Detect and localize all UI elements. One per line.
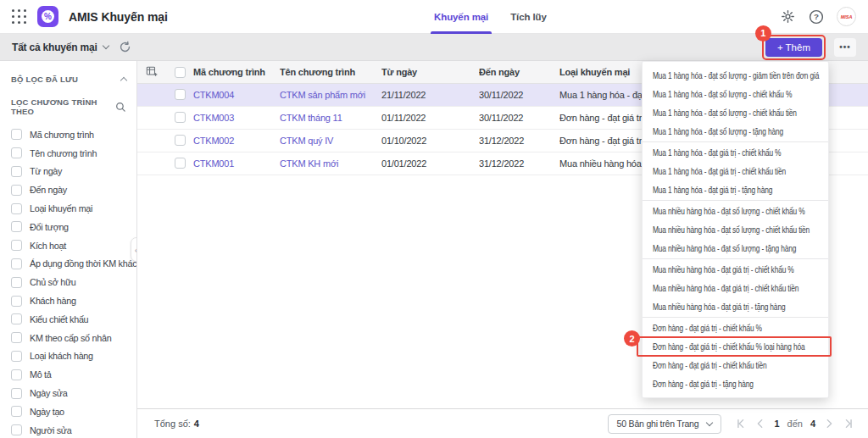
- filter-item[interactable]: Đối tượng: [0, 218, 136, 236]
- filter-checkbox[interactable]: [11, 332, 22, 343]
- menu-item[interactable]: Mua 1 hàng hóa - đạt giá trị - chiết khấ…: [643, 143, 828, 162]
- help-icon[interactable]: ?: [808, 8, 825, 25]
- last-page-icon[interactable]: [843, 418, 854, 430]
- filter-item[interactable]: KM theo cấp số nhân: [0, 329, 136, 347]
- sidebar-collapse-handle[interactable]: ‹: [131, 237, 137, 262]
- filter-item[interactable]: Chủ sở hữu: [0, 273, 136, 291]
- menu-item[interactable]: Mua nhiều hàng hóa - đạt số lượng - chiế…: [643, 202, 828, 220]
- add-button[interactable]: + Thêm: [765, 38, 822, 57]
- filter-checkbox[interactable]: [11, 185, 22, 196]
- filter-item[interactable]: Kiểu chiết khấu: [0, 310, 136, 329]
- menu-item-label: Mua 1 hàng hóa - đạt giá trị - chiết khấ…: [653, 166, 786, 176]
- menu-item[interactable]: Mua 1 hàng hóa - đạt số lượng - chiết kh…: [643, 103, 828, 122]
- filter-item[interactable]: Ngày sửa: [0, 384, 136, 402]
- next-page-icon[interactable]: [823, 418, 835, 430]
- filter-checkbox[interactable]: [11, 424, 22, 435]
- row-checkbox[interactable]: [175, 158, 186, 169]
- filter-checkbox[interactable]: [11, 166, 22, 177]
- filter-checkbox[interactable]: [11, 203, 22, 214]
- tab-1[interactable]: Tích lũy: [510, 0, 547, 34]
- filter-item[interactable]: Mã chương trình: [0, 125, 136, 144]
- program-code-link[interactable]: CTKM003: [193, 113, 234, 123]
- menu-item[interactable]: Đơn hàng - đạt giá trị - chiết khấu % lo…: [643, 337, 828, 356]
- more-actions-button[interactable]: •••: [834, 38, 856, 57]
- program-name-link[interactable]: CTKM sản phẩm mới: [280, 90, 365, 100]
- page-size-select[interactable]: 50 Bản ghi trên Trang: [608, 414, 722, 434]
- menu-item[interactable]: Mua 1 hàng hóa - đạt số lượng - chiết kh…: [643, 85, 828, 103]
- menu-item-label: Mua nhiều hàng hóa - đạt số lượng - tặng…: [653, 243, 796, 253]
- menu-item-label: Mua nhiều hàng hóa - đạt giá trị - chiết…: [653, 283, 798, 293]
- filter-checkbox[interactable]: [11, 296, 22, 307]
- view-selector[interactable]: Tất cả khuyến mại: [12, 42, 108, 53]
- pagination: 1 đến 4: [735, 418, 854, 430]
- filter-checkbox[interactable]: [11, 351, 22, 362]
- cell-to-date: 31/12/2022: [479, 152, 559, 175]
- row-checkbox[interactable]: [175, 89, 186, 100]
- column-header[interactable]: Mã chương trình: [193, 61, 280, 83]
- total-label: Tổng số:: [154, 419, 191, 429]
- menu-item[interactable]: Mua 1 hàng hóa - đạt số lượng - giảm tiề…: [643, 66, 828, 85]
- column-header[interactable]: Đến ngày: [479, 61, 559, 83]
- menu-item[interactable]: Mua nhiều hàng hóa - đạt số lượng - chiế…: [643, 220, 828, 239]
- program-name-link[interactable]: CTKM KH mới: [280, 158, 338, 169]
- menu-item[interactable]: Mua nhiều hàng hóa - đạt giá trị - chiết…: [643, 260, 828, 279]
- app-launcher-icon[interactable]: [12, 9, 27, 25]
- menu-item[interactable]: Mua nhiều hàng hóa - đạt giá trị - tặng …: [643, 297, 828, 316]
- filter-checkbox[interactable]: [11, 240, 22, 251]
- filter-checkbox[interactable]: [11, 369, 22, 380]
- filter-checkbox[interactable]: [11, 258, 22, 269]
- filter-label: Mô tả: [30, 369, 52, 380]
- filter-item[interactable]: Loại khách hàng: [0, 347, 136, 366]
- filter-checkbox[interactable]: [11, 388, 22, 399]
- menu-item-label: Đơn hàng - đạt giá trị - tặng hàng: [653, 379, 754, 389]
- row-checkbox[interactable]: [175, 112, 186, 123]
- menu-item[interactable]: Mua nhiều hàng hóa - đạt giá trị - chiết…: [643, 279, 828, 297]
- filter-item[interactable]: Kích hoạt: [0, 236, 136, 255]
- add-column-icon[interactable]: [146, 65, 158, 77]
- select-all-checkbox[interactable]: [175, 67, 186, 78]
- program-name-link[interactable]: CTKM tháng 11: [280, 113, 342, 123]
- column-header[interactable]: Tên chương trình: [280, 61, 381, 83]
- row-checkbox[interactable]: [175, 135, 186, 146]
- cell-to-date: 31/12/2022: [479, 129, 559, 152]
- filter-checkbox[interactable]: [11, 129, 22, 140]
- cell-from-date: 01/01/2022: [381, 152, 479, 175]
- filter-item[interactable]: Áp dụng đồng thời KM khác: [0, 255, 136, 274]
- tab-0[interactable]: Khuyến mại: [434, 0, 488, 34]
- program-code-link[interactable]: CTKM001: [193, 158, 234, 169]
- menu-item-label: Mua 1 hàng hóa - đạt số lượng - tặng hàn…: [653, 126, 783, 136]
- filter-item[interactable]: Khách hàng: [0, 291, 136, 310]
- menu-item[interactable]: Đơn hàng - đạt giá trị - tặng hàng: [643, 374, 828, 393]
- prev-page-icon[interactable]: [754, 418, 766, 430]
- user-avatar[interactable]: MISA: [837, 7, 856, 26]
- filter-item[interactable]: Người sửa: [0, 421, 136, 438]
- filter-item[interactable]: Tên chương trình: [0, 144, 136, 163]
- row-icon-cell: [137, 83, 166, 106]
- filter-item[interactable]: Đến ngày: [0, 180, 136, 199]
- settings-gear-icon[interactable]: [779, 8, 796, 25]
- filter-checkbox[interactable]: [11, 313, 22, 324]
- menu-item[interactable]: Đơn hàng - đạt giá trị - chiết khấu %: [643, 319, 828, 337]
- filter-checkbox[interactable]: [11, 147, 22, 158]
- refresh-icon[interactable]: [119, 41, 131, 53]
- filter-item[interactable]: Ngày tạo: [0, 402, 136, 421]
- program-code-link[interactable]: CTKM004: [193, 90, 234, 100]
- column-header[interactable]: Từ ngày: [381, 61, 479, 83]
- search-icon[interactable]: [115, 102, 126, 113]
- menu-item[interactable]: Đơn hàng - đạt giá trị - chiết khấu tiền: [643, 356, 828, 374]
- menu-item[interactable]: Mua 1 hàng hóa - đạt số lượng - tặng hàn…: [643, 122, 828, 141]
- menu-item[interactable]: Mua 1 hàng hóa - đạt giá trị - tặng hàng: [643, 180, 828, 199]
- first-page-icon[interactable]: [735, 418, 747, 430]
- saved-filters-section[interactable]: BỘ LỌC ĐÃ LƯU: [0, 69, 136, 88]
- filter-checkbox[interactable]: [11, 221, 22, 232]
- menu-item[interactable]: Mua nhiều hàng hóa - đạt số lượng - tặng…: [643, 239, 828, 258]
- filter-item[interactable]: Từ ngày: [0, 163, 136, 181]
- menu-item[interactable]: Mua 1 hàng hóa - đạt giá trị - chiết khấ…: [643, 162, 828, 180]
- filter-item[interactable]: Mô tả: [0, 365, 136, 384]
- filter-item[interactable]: Loại khuyến mại: [0, 199, 136, 218]
- program-name-link[interactable]: CTKM quý IV: [280, 136, 333, 146]
- program-code-link[interactable]: CTKM002: [193, 136, 234, 146]
- filter-checkbox[interactable]: [11, 406, 22, 417]
- filter-checkbox[interactable]: [11, 277, 22, 288]
- row-icon-cell: [137, 106, 166, 129]
